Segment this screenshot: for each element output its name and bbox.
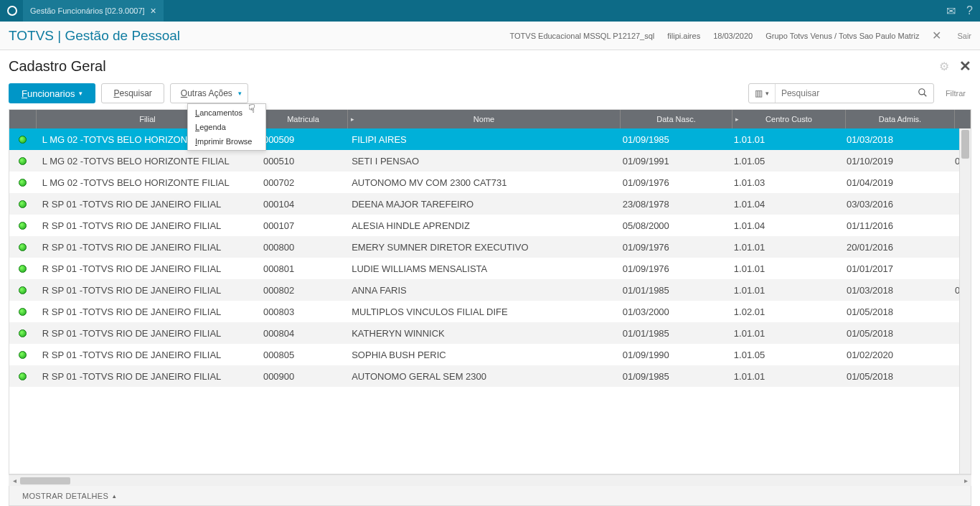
- columns-button[interactable]: ▥ ▾: [749, 84, 776, 103]
- col-admis-label: Data Admis.: [879, 115, 921, 123]
- status-cell: [9, 308, 37, 316]
- col-extra[interactable]: [955, 110, 971, 128]
- table-row[interactable]: R SP 01 -TOTVS RIO DE JANEIRO FILIAL0008…: [9, 322, 971, 344]
- scroll-left-icon[interactable]: ◂: [9, 477, 20, 484]
- nasc-cell: 01/09/1990: [617, 350, 728, 360]
- nome-cell: EMERY SUMNER DIRETOR EXECUTIVO: [346, 242, 617, 253]
- col-nome-label: Nome: [473, 115, 494, 123]
- table-header: Filial ▸Matricula ▸Nome Data Nasc. ▸Cent…: [9, 110, 971, 128]
- search-icon[interactable]: [912, 88, 933, 100]
- table-row[interactable]: L MG 02 -TOTVS BELO HORIZONTE FILIAL0005…: [9, 150, 971, 172]
- filial-cell: R SP 01 -TOTVS RIO DE JANEIRO FILIAL: [37, 328, 258, 339]
- status-dot-icon: [19, 179, 27, 187]
- page-close-icon[interactable]: ✕: [959, 57, 971, 75]
- cc-cell: 1.01.04: [728, 220, 841, 231]
- menu-item-imprimir[interactable]: Imprimir Browse: [188, 134, 265, 149]
- cc-cell: 1.01.05: [728, 156, 841, 167]
- vertical-scrollbar[interactable]: [959, 128, 971, 474]
- details-label: MOSTRAR DETALHES: [22, 492, 108, 500]
- sort-indicator-icon: ▸: [735, 116, 739, 123]
- table-row[interactable]: R SP 01 -TOTVS RIO DE JANEIRO FILIAL0008…: [9, 258, 971, 279]
- filial-cell: R SP 01 -TOTVS RIO DE JANEIRO FILIAL: [37, 285, 258, 296]
- table-row[interactable]: L MG 02 -TOTVS BELO HORIZONTE FILIAL0005…: [9, 128, 971, 150]
- nasc-cell: 01/01/1985: [617, 285, 728, 296]
- nasc-cell: 05/08/2000: [617, 220, 728, 231]
- filial-cell: R SP 01 -TOTVS RIO DE JANEIRO FILIAL: [37, 220, 258, 231]
- status-cell: [9, 351, 37, 359]
- col-status[interactable]: [9, 110, 37, 128]
- matricula-cell: 000702: [258, 177, 346, 188]
- admis-cell: 01/11/2016: [841, 220, 949, 231]
- status-cell: [9, 200, 37, 208]
- table-row[interactable]: L MG 02 -TOTVS BELO HORIZONTE FILIAL0007…: [9, 172, 971, 193]
- table-row[interactable]: R SP 01 -TOTVS RIO DE JANEIRO FILIAL0001…: [9, 193, 971, 215]
- status-dot-icon: [19, 136, 27, 144]
- header-close-icon[interactable]: ✕: [932, 29, 941, 42]
- cc-cell: 1.01.01: [728, 242, 841, 253]
- filtrar-link[interactable]: Filtrar: [940, 89, 971, 98]
- caret-down-icon: ▾: [79, 90, 83, 97]
- search-box: ▥ ▾: [748, 83, 934, 103]
- toolbar: Funcionarios ▾ Pesquisar Outras Ações ▾ …: [9, 83, 971, 103]
- table-row[interactable]: R SP 01 -TOTVS RIO DE JANEIRO FILIAL0009…: [9, 365, 971, 387]
- col-cc-label: Centro Custo: [765, 115, 812, 123]
- matricula-cell: 000801: [258, 263, 346, 274]
- gear-icon[interactable]: ⚙: [939, 60, 949, 73]
- scrollbar-thumb[interactable]: [20, 477, 70, 484]
- header-info: TOTVS Educacional MSSQL P12127_sql filip…: [510, 29, 971, 42]
- matricula-cell: 000104: [258, 199, 346, 210]
- header-exit[interactable]: Sair: [957, 32, 971, 40]
- pesquisar-button[interactable]: Pesquisar: [101, 83, 164, 103]
- help-icon[interactable]: ?: [966, 4, 973, 17]
- admis-cell: 01/04/2019: [841, 177, 949, 188]
- tab-close-icon[interactable]: ×: [151, 5, 156, 17]
- nasc-cell: 01/09/1991: [617, 156, 728, 167]
- status-dot-icon: [19, 222, 27, 230]
- matricula-cell: 000509: [258, 134, 346, 145]
- funcionarios-button[interactable]: Funcionarios ▾: [9, 83, 95, 103]
- matricula-cell: 000803: [258, 306, 346, 317]
- table-row[interactable]: R SP 01 -TOTVS RIO DE JANEIRO FILIAL0001…: [9, 215, 971, 236]
- filial-cell: L MG 02 -TOTVS BELO HORIZONTE FILIAL: [37, 177, 258, 188]
- status-cell: [9, 179, 37, 187]
- mail-icon[interactable]: ✉: [946, 4, 956, 18]
- scroll-track[interactable]: [20, 477, 960, 484]
- table-row[interactable]: R SP 01 -TOTVS RIO DE JANEIRO FILIAL0008…: [9, 236, 971, 258]
- search-input[interactable]: [776, 88, 912, 98]
- details-footer[interactable]: MOSTRAR DETALHES ▴: [9, 486, 971, 506]
- admis-cell: 03/03/2016: [841, 199, 949, 210]
- status-dot-icon: [19, 200, 27, 208]
- horizontal-scrollbar[interactable]: ◂ ▸: [9, 474, 971, 486]
- col-matricula[interactable]: ▸Matricula: [259, 110, 348, 128]
- menu-item-lancamentos[interactable]: Lancamentos: [188, 106, 265, 120]
- status-dot-icon: [19, 265, 27, 273]
- nasc-cell: 01/01/1985: [617, 328, 728, 339]
- col-nome[interactable]: ▸Nome: [348, 110, 621, 128]
- scrollbar-thumb[interactable]: [961, 130, 969, 159]
- app-logo-icon[interactable]: [7, 6, 17, 16]
- table-row[interactable]: R SP 01 -TOTVS RIO DE JANEIRO FILIAL0008…: [9, 301, 971, 322]
- window-tab[interactable]: Gestão Funcionários [02.9.0007] ×: [23, 0, 164, 22]
- status-cell: [9, 222, 37, 230]
- table-row[interactable]: R SP 01 -TOTVS RIO DE JANEIRO FILIAL0008…: [9, 279, 971, 301]
- admis-cell: 01/10/2019: [841, 156, 949, 167]
- col-data-nasc[interactable]: Data Nasc.: [621, 110, 732, 128]
- nome-cell: AUTONOMO GERAL SEM 2300: [346, 371, 617, 382]
- col-data-admis[interactable]: Data Admis.: [846, 110, 955, 128]
- scroll-right-icon[interactable]: ▸: [960, 477, 971, 484]
- titlebar: Gestão Funcionários [02.9.0007] × ✉ ?: [0, 0, 980, 22]
- table-row[interactable]: R SP 01 -TOTVS RIO DE JANEIRO FILIAL0008…: [9, 344, 971, 365]
- col-centro-custo[interactable]: ▸Centro Custo: [732, 110, 846, 128]
- admis-cell: 01/03/2018: [841, 285, 949, 296]
- status-dot-icon: [19, 243, 27, 251]
- outras-acoes-button[interactable]: Outras Ações ▾: [170, 83, 248, 103]
- cc-cell: 1.02.01: [728, 306, 841, 317]
- cc-cell: 1.01.01: [728, 328, 841, 339]
- nome-cell: AUTONOMO MV COM 2300 CAT731: [346, 177, 617, 188]
- col-nasc-label: Data Nasc.: [656, 115, 695, 123]
- status-dot-icon: [19, 373, 27, 380]
- menu-item-legenda[interactable]: Legenda: [188, 120, 265, 134]
- status-cell: [9, 243, 37, 251]
- table-body: L MG 02 -TOTVS BELO HORIZONTE FILIAL0005…: [9, 128, 971, 387]
- matricula-cell: 000900: [258, 371, 346, 382]
